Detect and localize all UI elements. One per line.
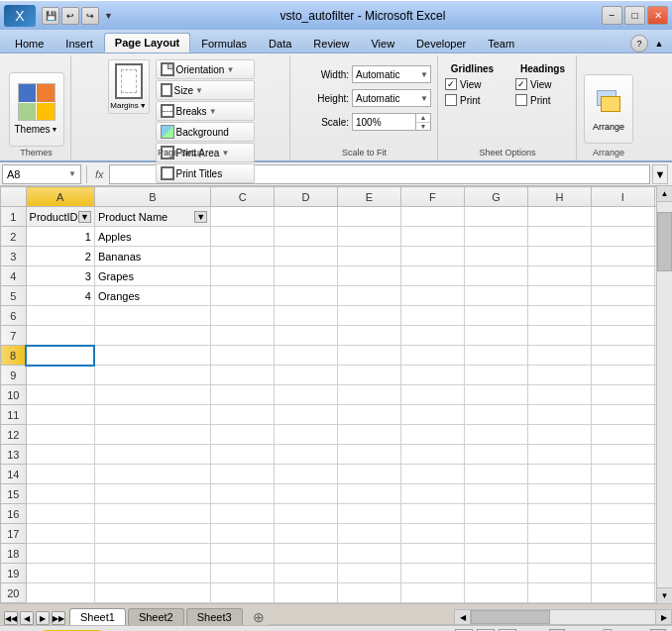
cell-8-0[interactable]	[26, 346, 94, 366]
cell-11-2[interactable]	[211, 405, 275, 425]
cell-5-0[interactable]: 4	[26, 286, 94, 306]
filter-btn-A[interactable]: ▼	[78, 211, 91, 223]
cell-1-2[interactable]	[211, 207, 275, 227]
cell-7-6[interactable]	[464, 326, 527, 346]
row-header-9[interactable]: 9	[1, 366, 27, 385]
themes-button[interactable]: Themes ▼	[9, 72, 64, 147]
cell-5-3[interactable]	[275, 286, 338, 306]
orientation-button[interactable]: Orientation ▼	[156, 59, 255, 79]
cell-2-7[interactable]	[527, 227, 591, 247]
cell-2-3[interactable]	[275, 227, 338, 247]
tab-page-layout[interactable]: Page Layout	[104, 33, 190, 53]
last-sheet-btn[interactable]: ▶▶	[52, 611, 65, 625]
cell-5-8[interactable]	[591, 286, 654, 306]
cell-18-4[interactable]	[338, 544, 401, 564]
cell-2-8[interactable]	[591, 227, 654, 247]
cell-4-6[interactable]	[464, 266, 527, 286]
row-header-7[interactable]: 7	[1, 326, 27, 346]
width-input[interactable]: Automatic ▼	[352, 65, 431, 83]
headings-view-checkbox[interactable]	[515, 78, 527, 90]
formula-expand-btn[interactable]: ▼	[652, 164, 668, 184]
cell-12-2[interactable]	[211, 425, 275, 445]
cell-4-2[interactable]	[211, 266, 275, 286]
cell-12-6[interactable]	[464, 425, 527, 445]
cell-10-2[interactable]	[211, 385, 275, 405]
cell-8-2[interactable]	[211, 346, 275, 366]
cell-13-8[interactable]	[591, 445, 654, 465]
row-header-17[interactable]: 17	[1, 524, 27, 544]
row-header-12[interactable]: 12	[1, 425, 27, 445]
tab-formulas[interactable]: Formulas	[190, 34, 258, 53]
cell-17-5[interactable]	[401, 524, 465, 544]
cell-1-3[interactable]	[275, 207, 338, 227]
cell-11-8[interactable]	[591, 405, 654, 425]
row-header-11[interactable]: 11	[1, 405, 27, 425]
cell-15-0[interactable]	[26, 484, 94, 504]
arrange-button[interactable]: Arrange	[584, 74, 633, 144]
select-all-btn[interactable]	[1, 187, 27, 207]
row-header-4[interactable]: 4	[1, 266, 27, 286]
tab-developer[interactable]: Developer	[405, 34, 477, 53]
cell-2-1[interactable]: Apples	[94, 227, 210, 247]
cell-14-7[interactable]	[527, 465, 591, 484]
print-titles-button[interactable]: Print Titles	[156, 163, 255, 183]
cell-13-7[interactable]	[527, 445, 591, 465]
row-header-10[interactable]: 10	[1, 385, 27, 405]
cell-4-7[interactable]	[527, 266, 591, 286]
cell-1-4[interactable]	[338, 207, 401, 227]
cell-11-7[interactable]	[527, 405, 591, 425]
col-header-A[interactable]: A	[26, 187, 94, 207]
cell-20-2[interactable]	[211, 583, 275, 603]
cell-19-0[interactable]	[26, 564, 94, 583]
row-header-20[interactable]: 20	[1, 583, 27, 603]
h-scroll-left-btn[interactable]: ◀	[455, 610, 471, 624]
cell-11-3[interactable]	[275, 405, 338, 425]
col-header-D[interactable]: D	[275, 187, 338, 207]
cell-9-4[interactable]	[338, 366, 401, 385]
headings-print-checkbox[interactable]	[515, 94, 527, 106]
cell-2-4[interactable]	[338, 227, 401, 247]
cell-2-6[interactable]	[464, 227, 527, 247]
cell-2-2[interactable]	[211, 227, 275, 247]
cell-8-7[interactable]	[527, 346, 591, 366]
cell-1-8[interactable]	[591, 207, 654, 227]
col-header-I[interactable]: I	[591, 187, 654, 207]
row-header-14[interactable]: 14	[1, 465, 27, 484]
margins-big-btn[interactable]: Margins ▼	[108, 59, 150, 114]
cell-6-6[interactable]	[464, 306, 527, 326]
cell-13-1[interactable]	[94, 445, 210, 465]
cell-17-8[interactable]	[591, 524, 654, 544]
cell-10-5[interactable]	[401, 385, 465, 405]
cell-3-6[interactable]	[464, 247, 527, 266]
undo-btn[interactable]: ↩	[61, 7, 79, 25]
row-header-16[interactable]: 16	[1, 504, 27, 524]
h-scroll-right-btn[interactable]: ▶	[655, 610, 671, 624]
cell-16-7[interactable]	[527, 504, 591, 524]
cell-6-2[interactable]	[211, 306, 275, 326]
row-header-19[interactable]: 19	[1, 564, 27, 583]
cell-12-3[interactable]	[275, 425, 338, 445]
v-scroll-thumb[interactable]	[657, 212, 672, 271]
cell-20-5[interactable]	[401, 583, 465, 603]
cell-1-0[interactable]: ProductID▼	[26, 207, 94, 227]
cell-9-8[interactable]	[591, 366, 654, 385]
h-scrollbar[interactable]: ◀ ▶	[454, 609, 672, 625]
prev-sheet-btn[interactable]: ◀	[20, 611, 34, 625]
col-header-H[interactable]: H	[527, 187, 591, 207]
size-button[interactable]: Size ▼	[156, 80, 255, 100]
cell-3-2[interactable]	[211, 247, 275, 266]
cell-10-3[interactable]	[275, 385, 338, 405]
col-header-B[interactable]: B	[94, 187, 210, 207]
cell-8-6[interactable]	[464, 346, 527, 366]
ribbon-minimize-btn[interactable]: ▲	[650, 35, 668, 53]
cell-6-0[interactable]	[26, 306, 94, 326]
cell-6-4[interactable]	[338, 306, 401, 326]
cell-9-5[interactable]	[401, 366, 465, 385]
cell-16-0[interactable]	[26, 504, 94, 524]
cell-20-3[interactable]	[275, 583, 338, 603]
cell-3-7[interactable]	[527, 247, 591, 266]
cell-6-8[interactable]	[591, 306, 654, 326]
cell-3-0[interactable]: 2	[26, 247, 94, 266]
cell-11-0[interactable]	[26, 405, 94, 425]
cell-14-1[interactable]	[94, 465, 210, 484]
